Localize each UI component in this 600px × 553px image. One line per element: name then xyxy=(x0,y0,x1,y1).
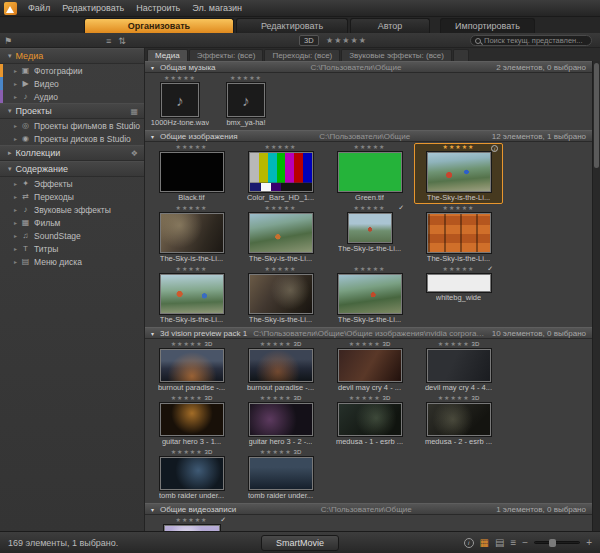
star-rating[interactable]: ★★★★★ xyxy=(354,144,386,151)
media-item[interactable]: ★★★★★3Dburnout paradise -... xyxy=(147,340,236,394)
media-item[interactable]: ★★★★★3Dburnout paradise -... xyxy=(236,340,325,394)
star-rating[interactable]: ★★★★★ xyxy=(164,75,196,82)
thumbnail[interactable] xyxy=(427,213,491,253)
star-rating[interactable]: ★★★★★3D xyxy=(260,395,302,402)
thumbnail[interactable] xyxy=(249,457,313,490)
thumbnail[interactable] xyxy=(249,403,313,436)
star-rating[interactable]: ★★★★★ xyxy=(176,266,208,273)
content-tab[interactable]: Медиа xyxy=(147,49,188,61)
thumbnail[interactable] xyxy=(160,403,224,436)
star-rating[interactable]: ★★★★★3D xyxy=(260,341,302,348)
sidebar-item[interactable]: ▸⇄Переходы xyxy=(0,190,144,203)
3d-filter-button[interactable]: 3D xyxy=(299,35,319,46)
media-item[interactable]: ★★★★★3Dtomb raider under... xyxy=(236,448,325,502)
thumbnail[interactable] xyxy=(427,349,491,382)
detail-view-icon[interactable]: ▤ xyxy=(495,538,504,548)
star-rating[interactable]: ★★★★★3D xyxy=(438,341,480,348)
content-tab[interactable]: Звуковые эффекты: (все) xyxy=(341,49,452,61)
tree-list-icon[interactable]: ≡ xyxy=(106,36,111,46)
menu-item[interactable]: Файл xyxy=(22,0,56,16)
star-rating[interactable]: ★★★★★3D xyxy=(171,341,213,348)
collapse-icon[interactable]: ▾ xyxy=(151,133,154,140)
sort-icon[interactable]: ⇅ xyxy=(118,36,126,46)
thumbnail[interactable]: ♪ xyxy=(227,83,265,117)
thumbnail[interactable] xyxy=(338,403,402,436)
star-rating[interactable]: ★★★★★ xyxy=(443,266,475,273)
star-rating[interactable]: ★★★★★ xyxy=(443,205,475,212)
search-box[interactable] xyxy=(470,35,592,46)
media-item[interactable]: ★★★★★Color_Bars_HD_1... xyxy=(236,143,325,204)
thumbnail[interactable] xyxy=(427,274,491,292)
main-tab-3[interactable]: Автор xyxy=(350,18,430,33)
media-item[interactable]: ★★★★★3Dguitar hero 3 - 2 -... xyxy=(236,394,325,448)
media-item[interactable]: ★★★★★3Ddevil may cry 4 - 4... xyxy=(414,340,503,394)
group-header[interactable]: ▾Общая музыкаC:\Пользователи\Общие2 элем… xyxy=(145,61,592,73)
sidebar-item[interactable]: ▸▣Фотографии xyxy=(0,64,144,77)
media-item[interactable]: ★★★★★The-Sky-is-the-Li... xyxy=(236,265,325,326)
media-item[interactable]: ★★★★★3Ddevil may cry 4 - ... xyxy=(325,340,414,394)
sidebar-item[interactable]: ▸✦Эффекты xyxy=(0,177,144,190)
sidebar-item[interactable]: ▸◎Проекты фильмов в Studio xyxy=(0,119,144,132)
media-item[interactable]: ★★★★★3Dmedusa - 1 - esrb ... xyxy=(325,394,414,448)
item-info-icon[interactable]: i xyxy=(491,145,498,152)
thumbnail[interactable] xyxy=(160,213,224,253)
zoom-out-icon[interactable]: − xyxy=(522,538,528,548)
star-rating[interactable]: ★★★★★ xyxy=(176,144,208,151)
thumbnail[interactable] xyxy=(160,457,224,490)
thumbnail[interactable] xyxy=(348,213,392,243)
main-tab-4[interactable]: Импортировать xyxy=(440,18,535,33)
main-tab-2[interactable]: Редактировать xyxy=(236,18,348,33)
sidebar-item[interactable]: ▸♪Звуковые эффекты xyxy=(0,203,144,216)
group-header[interactable]: ▾Общие изображенияC:\Пользователи\Общие1… xyxy=(145,130,592,142)
thumbnail[interactable] xyxy=(160,152,224,192)
star-rating[interactable]: ★★★★★ xyxy=(265,266,297,273)
sidebar-item[interactable]: ▸◉Проекты дисков в Studio xyxy=(0,132,144,145)
sidebar-section-header[interactable]: ▾Проекты▦ xyxy=(0,103,144,119)
thumbnail[interactable]: ♪ xyxy=(161,83,199,117)
star-rating[interactable]: ★★★★★ xyxy=(176,517,208,524)
media-item[interactable]: ★★★★★The-Sky-is-the-Li... xyxy=(236,204,325,265)
media-item[interactable]: ★★★★★♪1000Hz-tone.wav xyxy=(147,74,213,129)
thumbnail[interactable] xyxy=(160,274,224,314)
search-input[interactable] xyxy=(484,36,587,45)
sidebar-item[interactable]: ▸♫SoundStage xyxy=(0,229,144,242)
rating-filter-stars[interactable]: ★★★★★ xyxy=(326,33,367,48)
media-item[interactable]: ★★★★★3Dguitar hero 3 - 1... xyxy=(147,394,236,448)
thumbnail[interactable] xyxy=(338,349,402,382)
menu-item[interactable]: Эл. магазин xyxy=(186,0,248,16)
sidebar-item[interactable]: ▸▦Фильм xyxy=(0,216,144,229)
media-item[interactable]: ★★★★★iThe-Sky-is-the-Li... xyxy=(414,143,503,204)
media-item[interactable]: ★★★★★The-Sky-is-the-Li... xyxy=(147,204,236,265)
thumbnail[interactable] xyxy=(160,349,224,382)
thumbnail[interactable] xyxy=(249,274,313,314)
sidebar-section-header[interactable]: ▾Медиа xyxy=(0,48,144,64)
scrollbar-thumb[interactable] xyxy=(594,63,599,168)
star-rating[interactable]: ★★★★★ xyxy=(230,75,262,82)
collapse-icon[interactable]: ▾ xyxy=(151,506,154,513)
sidebar-section-header[interactable]: ▾Содержание xyxy=(0,161,144,177)
star-rating[interactable]: ★★★★★3D xyxy=(349,395,391,402)
list-view-icon[interactable]: ≡ xyxy=(510,538,516,548)
media-item[interactable]: ★★★★★3Dtomb raider under... xyxy=(147,448,236,502)
group-header[interactable]: ▾Общие видеозаписиC:\Пользователи\Общие1… xyxy=(145,503,592,515)
media-item[interactable]: ★★★★★✓whitebg_wide xyxy=(414,265,503,326)
media-item[interactable]: ★★★★★♪bmx_ya-ha! xyxy=(213,74,279,129)
zoom-in-icon[interactable]: + xyxy=(586,538,592,548)
star-rating[interactable]: ★★★★★ xyxy=(354,266,386,273)
media-item[interactable]: ★★★★★✓The-Sky-is-the-Li... xyxy=(325,204,414,265)
sidebar-item[interactable]: ▸TТитры xyxy=(0,242,144,255)
star-rating[interactable]: ★★★★★ xyxy=(443,144,475,151)
sidebar-section-header[interactable]: ▸Коллекции❖ xyxy=(0,145,144,161)
star-rating[interactable]: ★★★★★ xyxy=(265,144,297,151)
info-icon[interactable]: i xyxy=(464,538,474,548)
sidebar-item[interactable]: ▸▶Видео xyxy=(0,77,144,90)
menu-item[interactable]: Настроить xyxy=(130,0,186,16)
sidebar-item[interactable]: ▸♪Аудио xyxy=(0,90,144,103)
media-item[interactable]: ★★★★★3Dmedusa - 2 - esrb ... xyxy=(414,394,503,448)
thumbnail[interactable] xyxy=(427,152,491,192)
zoom-slider[interactable] xyxy=(534,541,580,544)
thumbnail[interactable] xyxy=(249,213,313,253)
media-item[interactable]: ★★★★★The-Sky-is-the-Li... xyxy=(414,204,503,265)
smartmovie-button[interactable]: SmartMovie xyxy=(261,535,339,551)
thumbnail[interactable] xyxy=(249,349,313,382)
